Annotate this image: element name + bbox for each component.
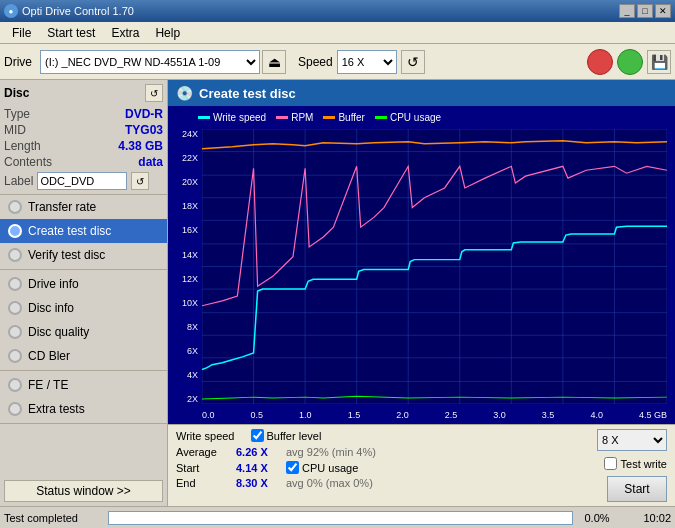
bottom-stats: Write speed Buffer level Average 6.26 X …: [168, 424, 675, 506]
drive-select[interactable]: (I:) _NEC DVD_RW ND-4551A 1-09: [40, 50, 260, 74]
chart-legend: Write speed RPM Buffer CPU usage: [168, 110, 675, 125]
drive-label: Drive: [4, 55, 32, 69]
legend-label-write: Write speed: [213, 112, 266, 123]
eject-button[interactable]: ⏏: [262, 50, 286, 74]
x-axis: 0.0 0.5 1.0 1.5 2.0 2.5 3.0 3.5 4.0 4.5 …: [202, 410, 667, 420]
nav-transfer-rate[interactable]: Transfer rate: [0, 195, 167, 219]
disc-panel: Disc ↺ Type DVD-R MID TYG03 Length 4.38 …: [0, 80, 167, 195]
maximize-button[interactable]: □: [637, 4, 653, 18]
sidebar: Disc ↺ Type DVD-R MID TYG03 Length 4.38 …: [0, 80, 168, 506]
average-label: Average: [176, 446, 236, 458]
save-button[interactable]: 💾: [647, 50, 671, 74]
buffer-level-checkbox[interactable]: [251, 429, 264, 442]
y-label: 16X: [168, 225, 200, 235]
speed-select[interactable]: 16 X: [337, 50, 397, 74]
nav-disc-info[interactable]: Disc info: [0, 296, 167, 320]
menu-bar: File Start test Extra Help: [0, 22, 675, 44]
nav-dot: [8, 325, 22, 339]
window-controls[interactable]: _ □ ✕: [619, 4, 671, 18]
buffer-level-label: Buffer level: [267, 430, 322, 442]
start-value: 4.14 X: [236, 462, 286, 474]
nav-label: Extra tests: [28, 402, 85, 416]
nav-cd-bler[interactable]: CD Bler: [0, 344, 167, 368]
start-stat-label: Start: [176, 462, 236, 474]
length-value: 4.38 GB: [118, 139, 163, 153]
disc-label-label: Label: [4, 174, 33, 188]
average-row: Average 6.26 X avg 92% (min 4%): [176, 446, 551, 458]
test-write-checkbox[interactable]: [604, 457, 617, 470]
y-label: 14X: [168, 250, 200, 260]
nav-fe-te[interactable]: FE / TE: [0, 373, 167, 397]
status-window-button[interactable]: Status window >>: [4, 480, 163, 502]
y-axis: 2X 4X 6X 8X 10X 12X 14X 16X 18X 20X 22X …: [168, 129, 200, 404]
menu-file[interactable]: File: [4, 24, 39, 42]
write-speed-label: Write speed: [176, 430, 235, 442]
legend-cpu: CPU usage: [375, 112, 441, 123]
end-extra: avg 0% (max 0%): [286, 477, 373, 489]
chart-svg: [202, 129, 667, 404]
menu-help[interactable]: Help: [147, 24, 188, 42]
y-label: 4X: [168, 370, 200, 380]
x-label: 3.0: [493, 410, 506, 420]
end-label: End: [176, 477, 236, 489]
contents-value: data: [138, 155, 163, 169]
write-speed-row: Write speed Buffer level: [176, 429, 551, 442]
nav-label: FE / TE: [28, 378, 68, 392]
menu-start-test[interactable]: Start test: [39, 24, 103, 42]
close-button[interactable]: ✕: [655, 4, 671, 18]
end-value: 8.30 X: [236, 477, 286, 489]
y-label: 6X: [168, 346, 200, 356]
disc-label-refresh[interactable]: ↺: [131, 172, 149, 190]
contents-label: Contents: [4, 155, 52, 169]
nav-dot: [8, 277, 22, 291]
menu-extra[interactable]: Extra: [103, 24, 147, 42]
y-label: 8X: [168, 322, 200, 332]
app-title: Opti Drive Control 1.70: [22, 5, 134, 17]
average-value: 6.26 X: [236, 446, 286, 458]
minimize-button[interactable]: _: [619, 4, 635, 18]
start-button[interactable]: Start: [607, 476, 667, 502]
legend-color-buffer: [323, 116, 335, 119]
nav-verify-test-disc[interactable]: Verify test disc: [0, 243, 167, 267]
y-label: 24X: [168, 129, 200, 139]
red-button[interactable]: [587, 49, 613, 75]
title-bar: ● Opti Drive Control 1.70 _ □ ✕: [0, 0, 675, 22]
test-write-row: Test write: [604, 457, 667, 470]
legend-label-cpu: CPU usage: [390, 112, 441, 123]
nav-items: Transfer rate Create test disc Verify te…: [0, 195, 167, 476]
nav-label: Disc quality: [28, 325, 89, 339]
nav-extra-tests[interactable]: Extra tests: [0, 397, 167, 421]
type-value: DVD-R: [125, 107, 163, 121]
nav-dot: [8, 224, 22, 238]
write-speed-select[interactable]: 8 X: [597, 429, 667, 451]
cpu-usage-checkbox[interactable]: [286, 461, 299, 474]
x-label: 2.0: [396, 410, 409, 420]
nav-drive-info[interactable]: Drive info: [0, 272, 167, 296]
main-area: Disc ↺ Type DVD-R MID TYG03 Length 4.38 …: [0, 80, 675, 506]
disc-label-input[interactable]: [37, 172, 127, 190]
nav-create-test-disc[interactable]: Create test disc: [0, 219, 167, 243]
x-label: 1.0: [299, 410, 312, 420]
speed-label: Speed: [298, 55, 333, 69]
nav-label: Verify test disc: [28, 248, 105, 262]
y-label: 18X: [168, 201, 200, 211]
status-time: 10:02: [621, 512, 671, 524]
legend-color-rpm: [276, 116, 288, 119]
legend-write-speed: Write speed: [198, 112, 266, 123]
y-label: 22X: [168, 153, 200, 163]
nav-disc-quality[interactable]: Disc quality: [0, 320, 167, 344]
legend-buffer: Buffer: [323, 112, 365, 123]
cpu-usage-label: CPU usage: [302, 462, 358, 474]
y-label: 12X: [168, 274, 200, 284]
nav-dot: [8, 200, 22, 214]
y-label: 2X: [168, 394, 200, 404]
disc-refresh-button[interactable]: ↺: [145, 84, 163, 102]
nav-label: CD Bler: [28, 349, 70, 363]
refresh-button[interactable]: ↺: [401, 50, 425, 74]
chart-container: Write speed RPM Buffer CPU usage: [168, 106, 675, 424]
x-label: 0.0: [202, 410, 215, 420]
y-label: 10X: [168, 298, 200, 308]
nav-dot: [8, 349, 22, 363]
green-button[interactable]: [617, 49, 643, 75]
test-write-label: Test write: [621, 458, 667, 470]
